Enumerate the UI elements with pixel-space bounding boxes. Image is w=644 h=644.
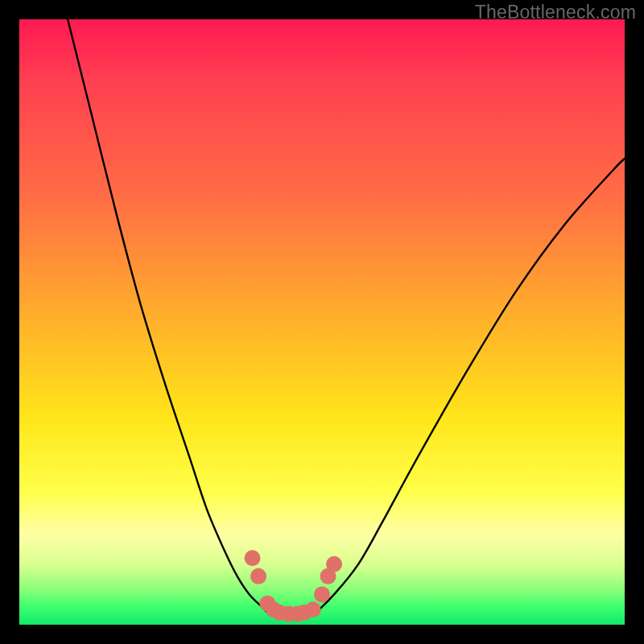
valley-marker-dot <box>326 556 342 572</box>
valley-marker-dot <box>250 568 266 584</box>
chart-frame: TheBottleneck.com <box>0 0 644 644</box>
valley-marker-dot <box>245 550 261 566</box>
valley-marker-dot <box>314 586 330 602</box>
curve-group <box>68 19 625 616</box>
valley-marker-dot <box>305 601 321 617</box>
right-curve-path <box>316 159 625 613</box>
chart-svg <box>19 19 625 625</box>
plot-area <box>19 19 625 625</box>
left-curve-path <box>68 19 267 613</box>
valley-markers <box>245 550 343 621</box>
